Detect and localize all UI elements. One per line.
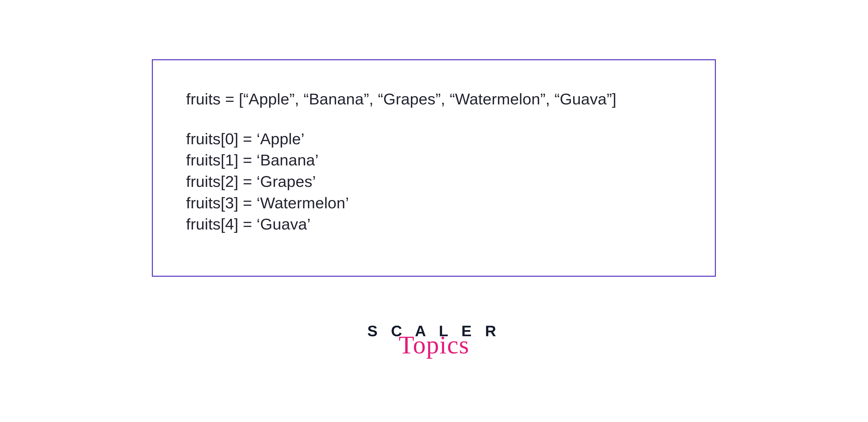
code-index-0: fruits[0] = ‘Apple’ (186, 128, 682, 150)
blank-line (186, 110, 682, 128)
code-declaration: fruits = [“Apple”, “Banana”, “Grapes”, “… (186, 88, 682, 110)
code-index-3: fruits[3] = ‘Watermelon’ (186, 192, 682, 214)
code-index-2: fruits[2] = ‘Grapes’ (186, 171, 682, 192)
code-index-1: fruits[1] = ‘Banana’ (186, 149, 682, 171)
brand-logo: S C A L E R Topics (367, 322, 501, 358)
document-canvas: fruits = [“Apple”, “Banana”, “Grapes”, “… (0, 0, 868, 422)
code-index-4: fruits[4] = ‘Guava’ (186, 213, 682, 235)
code-box: fruits = [“Apple”, “Banana”, “Grapes”, “… (152, 59, 716, 277)
